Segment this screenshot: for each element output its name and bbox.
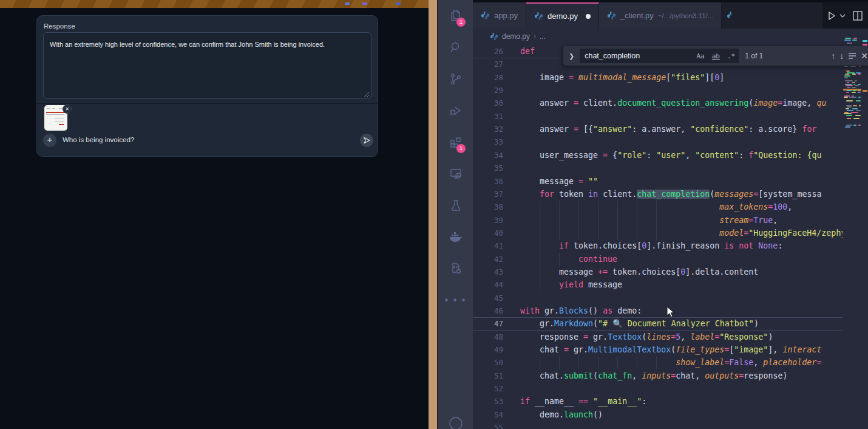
regex-toggle[interactable]: .*: [724, 52, 739, 60]
find-previous-button[interactable]: ↑: [831, 51, 835, 61]
code-text: max_tokens=100,: [520, 201, 792, 213]
code-line[interactable]: 52: [473, 382, 844, 396]
code-line[interactable]: 38 max_tokens=100,: [473, 201, 844, 214]
line-number: 30: [473, 97, 503, 109]
account-icon[interactable]: [438, 416, 473, 429]
code-line[interactable]: 37 for token in client.chat_completion(m…: [473, 188, 844, 201]
code-line[interactable]: 46with gr.Blocks() as demo:: [473, 304, 844, 318]
tab-app-py[interactable]: app.py: [473, 2, 526, 29]
breadcrumb-more[interactable]: ...: [540, 32, 546, 41]
attachment-close-button[interactable]: ✕: [63, 105, 72, 114]
code-editor[interactable]: 26def2728 image = multimodal_message["fi…: [473, 44, 844, 429]
code-line[interactable]: 42 continue: [473, 253, 844, 266]
code-line[interactable]: 54 demo.launch(): [473, 408, 844, 422]
breadcrumb[interactable]: demo.py › ...: [473, 29, 843, 44]
code-line[interactable]: 40 model="HuggingFaceH4/zephyr-7b-beta: [473, 227, 844, 240]
code-line[interactable]: 34 user_message = {"role": "user", "cont…: [473, 149, 844, 162]
tab-demo-py[interactable]: demo.py: [526, 2, 599, 29]
code-line[interactable]: 28 image = multimodal_message["files"][0…: [473, 71, 844, 84]
activity-docker-icon[interactable]: [438, 221, 473, 253]
breadcrumb-file[interactable]: demo.py: [502, 32, 530, 41]
activity-run-debug-icon[interactable]: [438, 95, 473, 126]
match-case-toggle[interactable]: Aa: [693, 52, 708, 60]
find-close-button[interactable]: ✕: [861, 51, 868, 61]
run-dropdown-chevron-icon[interactable]: [839, 13, 846, 18]
find-next-button[interactable]: ↓: [839, 51, 844, 61]
line-number: 44: [473, 278, 503, 291]
activity-search-icon[interactable]: [438, 32, 473, 63]
code-text: answer = client.document_question_answer…: [520, 97, 826, 109]
code-line[interactable]: 36 message = "": [473, 175, 844, 188]
textarea-resize-handle[interactable]: [364, 91, 370, 97]
tab-bar: app.pydemo.py_client.py~/.../python3.11/…: [473, 2, 868, 29]
code-line[interactable]: 53if __name__ == "__main__":: [473, 395, 844, 408]
split-editor-button[interactable]: [853, 11, 863, 21]
find-input[interactable]: chat_completion Aa ab .*: [580, 49, 739, 63]
response-textarea[interactable]: With an extremely high level of confiden…: [43, 32, 371, 99]
code-line[interactable]: 41 if token.choices[0].finish_reason is …: [473, 239, 844, 253]
line-number: 46: [473, 304, 503, 317]
activity-bar: 11• • •: [438, 0, 473, 429]
code-line[interactable]: 39 stream=True,: [473, 214, 844, 227]
whole-word-toggle[interactable]: ab: [708, 52, 724, 60]
code-line[interactable]: 30 answer = client.document_question_ans…: [473, 97, 844, 110]
line-number: 28: [473, 71, 503, 84]
titlebar-dot: [396, 2, 401, 5]
code-line[interactable]: 33: [473, 136, 844, 149]
run-python-file-button[interactable]: [826, 10, 837, 21]
chat-input[interactable]: Who is being invoiced?: [63, 136, 134, 143]
add-file-button[interactable]: +: [43, 134, 56, 147]
line-number: 49: [473, 343, 503, 356]
code-line[interactable]: 45: [473, 292, 844, 305]
activity-explorer-icon[interactable]: 1: [438, 0, 473, 32]
pane-divider[interactable]: [429, 0, 437, 429]
code-line[interactable]: 48 response = gr.Textbox(lines=5, label=…: [473, 331, 844, 344]
line-number: 45: [473, 292, 503, 304]
code-line[interactable]: 49 chat = gr.MultimodalTextbox(file_type…: [473, 343, 844, 357]
code-text: answer = [{"answer": a.answer, "confiden…: [520, 123, 816, 136]
titlebar-dot: [345, 2, 350, 5]
line-number: 38: [473, 201, 503, 213]
gradio-app-pane: Response With an extremely high level of…: [0, 0, 429, 429]
activity-source-control-icon[interactable]: [438, 63, 473, 95]
screen: Response With an extremely high level of…: [0, 0, 868, 429]
code-line[interactable]: 55: [473, 421, 844, 429]
line-number: 35: [473, 162, 503, 174]
line-number: 29: [473, 84, 503, 97]
tab-partial-python-icon[interactable]: [722, 2, 736, 29]
modified-dot-icon[interactable]: [586, 14, 591, 19]
code-line[interactable]: 29: [473, 84, 844, 97]
tab-label: _client.py: [620, 11, 654, 20]
minimap[interactable]: [843, 36, 868, 429]
code-text: yield message: [520, 278, 622, 291]
tab--client-py[interactable]: _client.py~/.../python3.11/...: [599, 2, 722, 29]
code-text: for token in client.chat_completion(mess…: [520, 188, 821, 201]
activity-code-snippets-icon[interactable]: [438, 253, 473, 284]
code-line[interactable]: 44 yield message: [473, 278, 844, 292]
activity-extensions-icon[interactable]: 1: [438, 126, 473, 158]
activity-more-icon[interactable]: • • •: [438, 284, 473, 316]
response-label: Response: [44, 22, 75, 30]
code-text: demo.launch(): [520, 408, 603, 421]
browser-titlebar: [0, 0, 429, 8]
find-query[interactable]: chat_completion: [580, 52, 693, 60]
send-button[interactable]: [360, 134, 373, 147]
code-text: continue: [520, 253, 617, 266]
find-expand-chevron-icon[interactable]: ❯: [563, 52, 580, 60]
code-text: if token.choices[0].finish_reason is not…: [520, 239, 782, 252]
find-in-selection-button[interactable]: [848, 51, 856, 61]
line-number: 51: [473, 369, 503, 382]
code-line[interactable]: 51 chat.submit(chat_fn, inputs=chat, out…: [473, 369, 844, 383]
code-line[interactable]: 32 answer = [{"answer": a.answer, "confi…: [473, 123, 844, 136]
vscode-window: 11• • • app.pydemo.py_client.py~/.../pyt…: [438, 0, 868, 429]
code-line[interactable]: 43 message += token.choices[0].delta.con…: [473, 266, 844, 279]
code-line[interactable]: 35: [473, 162, 844, 175]
chatbot-panel: Response With an extremely high level of…: [36, 15, 378, 157]
find-results-count: 1 of 1: [745, 52, 763, 60]
activity-remote-explorer-icon[interactable]: [438, 158, 473, 190]
activity-testing-icon[interactable]: [438, 190, 473, 221]
code-line[interactable]: 47 gr.Markdown("# 🔍 Document Analyzer Ch…: [473, 317, 844, 331]
line-number: 36: [473, 175, 503, 188]
code-line[interactable]: 50 show_label=False, placeholder=: [473, 356, 844, 369]
code-line[interactable]: 31: [473, 110, 844, 123]
